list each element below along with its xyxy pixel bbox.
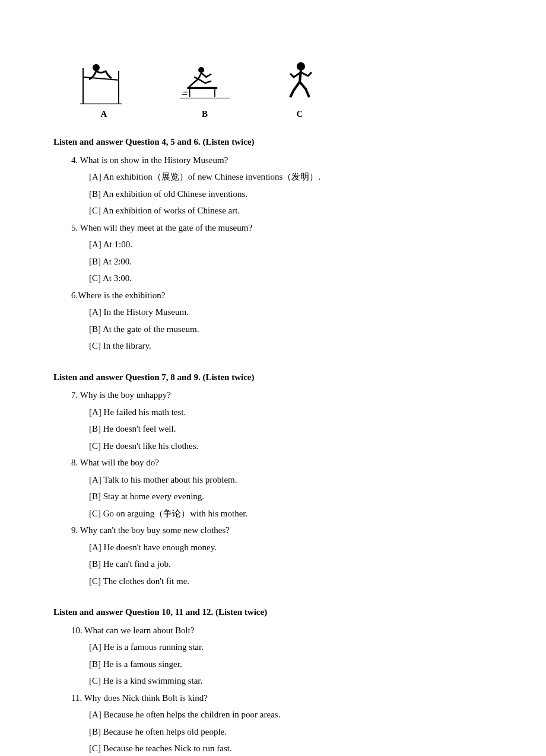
q6-option-a: [A] In the History Museum. bbox=[89, 304, 493, 321]
q6-prompt: 6.Where is the exhibition? bbox=[71, 287, 493, 304]
high-jump-icon bbox=[71, 59, 136, 107]
image-label-a: A bbox=[101, 109, 107, 119]
q9-option-a: [A] He doesn't have enough money. bbox=[89, 539, 493, 556]
svg-point-5 bbox=[198, 67, 204, 73]
q5-option-b: [B] At 2:00. bbox=[89, 253, 493, 270]
hurdles-icon bbox=[172, 59, 237, 107]
q6-option-b: [B] At the gate of the museum. bbox=[89, 321, 493, 338]
q4-option-b: [B] An exhibition of old Chinese inventi… bbox=[89, 186, 493, 203]
images-row: A B bbox=[71, 59, 493, 119]
image-col-b: B bbox=[172, 59, 237, 119]
q7-option-a: [A] He failed his math test. bbox=[89, 404, 493, 421]
svg-point-12 bbox=[297, 62, 305, 71]
image-col-c: C bbox=[267, 59, 332, 119]
q7-option-c: [C] He doesn't like his clothes. bbox=[89, 438, 493, 455]
running-icon bbox=[267, 59, 332, 107]
q8-option-c: [C] Go on arguing（争论）with his mother. bbox=[89, 505, 493, 522]
q11-prompt: 11. Why does Nick think Bolt is kind? bbox=[71, 690, 493, 707]
section-header-456: Listen and answer Question 4, 5 and 6. (… bbox=[53, 133, 493, 151]
q11-option-b: [B] Because he often helps old people. bbox=[89, 723, 493, 741]
section-header-789: Listen and answer Question 7, 8 and 9. (… bbox=[53, 369, 493, 386]
q10-prompt: 10. What can we learn about Bolt? bbox=[71, 622, 493, 639]
q8-prompt: 8. What will the boy do? bbox=[71, 454, 493, 471]
svg-point-3 bbox=[93, 64, 100, 71]
q6-option-c: [C] In the library. bbox=[89, 337, 493, 355]
q8-option-a: [A] Talk to his mother about his problem… bbox=[89, 471, 493, 489]
section-header-101112: Listen and answer Question 10, 11 and 12… bbox=[53, 604, 493, 621]
q7-prompt: 7. Why is the boy unhappy? bbox=[71, 387, 493, 404]
q4-option-c: [C] An exhibition of works of Chinese ar… bbox=[89, 202, 493, 219]
q4-prompt: 4. What is on show in the History Museum… bbox=[71, 152, 493, 169]
q8-option-b: [B] Stay at home every evening. bbox=[89, 488, 493, 505]
q10-option-b: [B] He is a famous singer. bbox=[89, 656, 493, 673]
image-label-c: C bbox=[297, 109, 303, 119]
svg-rect-6 bbox=[187, 87, 217, 89]
q11-option-a: [A] Because he often helps the children … bbox=[89, 706, 493, 723]
q10-option-c: [C] He is a kind swimming star. bbox=[89, 672, 493, 690]
svg-line-2 bbox=[83, 77, 119, 80]
page-content: A B bbox=[0, 0, 546, 756]
q9-prompt: 9. Why can't the boy buy some new clothe… bbox=[71, 522, 493, 539]
image-label-b: B bbox=[202, 109, 208, 119]
q7-option-b: [B] He doesn't feel well. bbox=[89, 420, 493, 438]
q9-option-c: [C] The clothes don't fit me. bbox=[89, 573, 493, 590]
q9-option-b: [B] He can't find a job. bbox=[89, 556, 493, 573]
q11-option-c: [C] Because he teaches Nick to run fast. bbox=[89, 740, 493, 756]
q5-prompt: 5. When will they meet at the gate of th… bbox=[71, 219, 493, 237]
q10-option-a: [A] He is a famous running star. bbox=[89, 639, 493, 656]
q4-option-a: [A] An exhibition（展览）of new Chinese inve… bbox=[89, 168, 493, 186]
q5-option-a: [A] At 1:00. bbox=[89, 236, 493, 253]
q5-option-c: [C] At 3:00. bbox=[89, 270, 493, 287]
image-col-a: A bbox=[71, 59, 136, 119]
